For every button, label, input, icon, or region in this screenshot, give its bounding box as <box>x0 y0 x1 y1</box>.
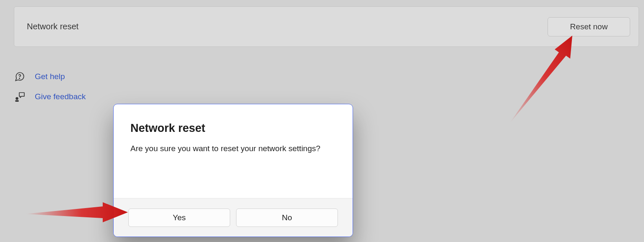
give-feedback-label: Give feedback <box>35 92 86 101</box>
give-feedback-link[interactable]: Give feedback <box>14 91 86 103</box>
svg-point-0 <box>19 78 20 79</box>
get-help-label: Get help <box>35 72 65 81</box>
dialog-title: Network reset <box>130 122 336 135</box>
help-icon <box>14 71 26 82</box>
annotation-arrow-reset-now-icon <box>505 33 579 124</box>
svg-point-1 <box>16 97 18 100</box>
dialog-body: Network reset Are you sure you want to r… <box>114 104 353 198</box>
dialog-message: Are you sure you want to reset your netw… <box>130 144 336 153</box>
get-help-link[interactable]: Get help <box>14 71 65 82</box>
dialog-actions: Yes No <box>114 198 353 237</box>
reset-now-button[interactable]: Reset now <box>548 17 630 36</box>
yes-button[interactable]: Yes <box>128 209 230 227</box>
svg-marker-4 <box>509 36 572 124</box>
network-reset-dialog: Network reset Are you sure you want to r… <box>113 104 353 237</box>
feedback-icon <box>14 91 26 103</box>
network-reset-card: Network reset Reset now <box>14 6 639 47</box>
svg-rect-2 <box>15 100 19 102</box>
card-title: Network reset <box>27 22 78 31</box>
no-button[interactable]: No <box>236 209 338 227</box>
svg-marker-3 <box>25 202 128 222</box>
annotation-arrow-yes-icon <box>25 201 128 226</box>
